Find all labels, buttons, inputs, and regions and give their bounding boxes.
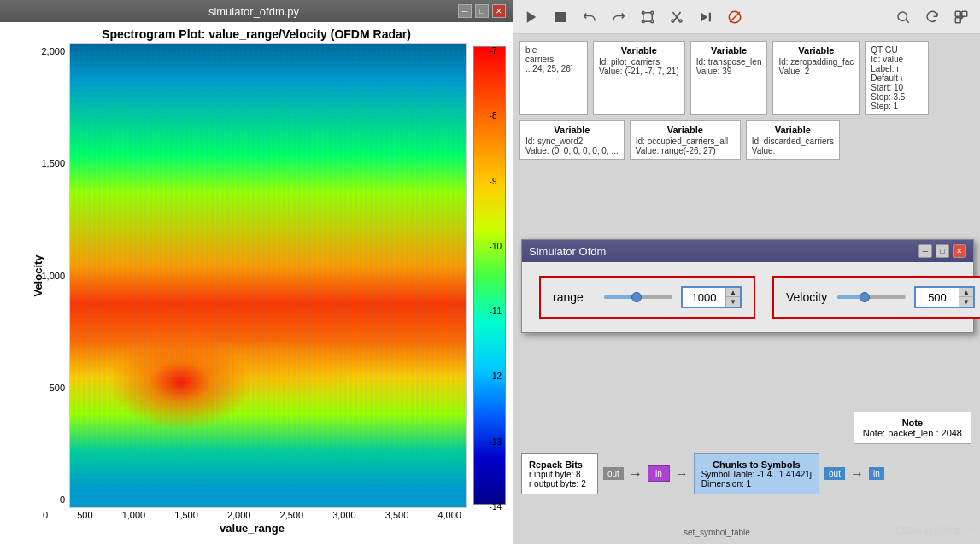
- grc-panel: ble carriers ...24, 25, 26] Variable Id:…: [513, 0, 980, 544]
- y-tick-3: 500: [50, 383, 65, 393]
- qtgu-line1: QT GU: [871, 45, 923, 55]
- disable-button[interactable]: [723, 5, 747, 29]
- repack-title: Repack Bits: [529, 459, 590, 470]
- svg-point-12: [672, 20, 674, 22]
- cb-tick-6: -13: [490, 437, 502, 447]
- velocity-slider[interactable]: [837, 295, 906, 299]
- repack-output-byte: r output byte: 2: [529, 479, 590, 488]
- var-block-zeropadding-title: Variable: [778, 45, 854, 56]
- velocity-slider-fill: [837, 295, 861, 299]
- x-axis-ticks: 0 500 1,000 1,500 2,000 2,500 3,000 3,50…: [43, 508, 461, 520]
- qtgu-stop: Stop: 3.5: [871, 92, 923, 102]
- redo-button[interactable]: [607, 5, 631, 29]
- var-block-discarded[interactable]: Variable Id: discarded_carriers Value:: [746, 120, 840, 160]
- var-block-transpose-id: Id: transpose_len: [696, 57, 762, 67]
- heatmap-noise: [70, 44, 466, 507]
- var-block-occupied-id: Id: occupied_carriers_all: [636, 137, 735, 146]
- cb-tick-7: -14: [490, 502, 502, 512]
- cb-tick-0: -7: [490, 46, 502, 56]
- chunks-symbol-table: Symbol Table: -1.4...1.41421j: [701, 470, 812, 479]
- sim-close-button[interactable]: ✕: [953, 244, 966, 258]
- grc-toolbar: [513, 0, 980, 34]
- var-block-carriers-value: ...24, 25, 26]: [525, 64, 582, 73]
- reload-button[interactable]: [920, 5, 944, 29]
- range-input[interactable]: [683, 288, 725, 307]
- plot-window-title: simulator_ofdm.py: [50, 5, 458, 18]
- svg-line-19: [906, 20, 908, 22]
- arrow-3: →: [850, 466, 864, 482]
- chunks-dimension: Dimension: 1: [701, 479, 812, 488]
- maximize-button[interactable]: □: [475, 4, 489, 18]
- grc-blocks-area: ble carriers ...24, 25, 26] Variable Id:…: [513, 34, 980, 544]
- var-block-pilot-title: Variable: [599, 45, 679, 56]
- minimize-button[interactable]: ─: [458, 4, 472, 18]
- x-tick-8: 4,000: [437, 510, 461, 520]
- repack-bits-block[interactable]: Repack Bits r input byte: 8 r output byt…: [521, 453, 598, 494]
- stop-button[interactable]: [549, 5, 572, 29]
- out-port-2: out: [824, 467, 845, 480]
- var-block-syncword2[interactable]: Variable Id: sync_word2 Value: (0, 0, 0,…: [519, 120, 625, 160]
- var-block-zeropadding[interactable]: Variable Id: zeropadding_fac Value: 2: [772, 41, 860, 115]
- var-block-pilot-carriers[interactable]: Variable Id: pilot_carriers Value: (-21,…: [593, 41, 685, 115]
- flowgraph-button[interactable]: [636, 5, 660, 29]
- var-block-carriers[interactable]: ble carriers ...24, 25, 26]: [519, 41, 588, 115]
- plot-titlebar: simulator_ofdm.py ─ □ ✕: [0, 0, 513, 22]
- undo-button[interactable]: [578, 5, 601, 29]
- var-block-occupied[interactable]: Variable Id: occupied_carriers_all Value…: [630, 120, 741, 160]
- share-button[interactable]: [949, 5, 973, 29]
- y-tick-0: 2,000: [41, 46, 65, 56]
- svg-point-18: [898, 12, 907, 21]
- range-spinbox[interactable]: ▲ ▼: [681, 286, 742, 308]
- qtgu-start: Start: 10: [871, 83, 923, 92]
- search-button[interactable]: [891, 5, 915, 29]
- colorbar-wrapper: -7 -8 -9 -10 -11 -12 -13 -14: [473, 43, 506, 508]
- svg-point-4: [642, 20, 644, 22]
- note-block: Note Note: packet_len : 2048: [854, 412, 971, 444]
- var-block-pilot-id: Id: pilot_carriers: [599, 57, 679, 67]
- y-tick-1: 1,500: [41, 158, 65, 168]
- var-block-transpose-value: Value: 39: [696, 67, 762, 76]
- svg-marker-14: [701, 12, 708, 21]
- range-slider[interactable]: [604, 295, 672, 299]
- var-blocks-row-1: ble carriers ...24, 25, 26] Variable Id:…: [519, 41, 973, 115]
- chunks-to-symbols-block[interactable]: Chunks to Symbols Symbol Table: -1.4...1…: [694, 453, 819, 494]
- sim-content: range ▲ ▼ Velocity: [522, 262, 973, 332]
- sim-minimize-button[interactable]: ─: [918, 244, 932, 258]
- var-block-transpose[interactable]: Variable Id: transpose_len Value: 39: [690, 41, 768, 115]
- var-block-discarded-id: Id: discarded_carriers: [752, 137, 834, 146]
- x-axis-label: value_range: [43, 522, 461, 535]
- var-block-carriers-label1: ble: [525, 45, 582, 55]
- close-button[interactable]: ✕: [492, 4, 506, 18]
- play-button[interactable]: [519, 5, 543, 29]
- var-block-zeropadding-id: Id: zeropadding_fac: [778, 57, 854, 67]
- var-block-sync-value: Value: (0, 0, 0, 0, 0, 0, ...: [525, 146, 619, 155]
- velocity-down-arrow[interactable]: ▼: [959, 297, 973, 307]
- svg-marker-0: [527, 11, 537, 23]
- velocity-up-arrow[interactable]: ▲: [959, 288, 973, 297]
- x-tick-5: 2,500: [280, 510, 304, 520]
- out-port-1: out: [603, 467, 624, 480]
- repack-input-byte: r input byte: 8: [529, 470, 590, 479]
- skip-button[interactable]: [694, 5, 718, 29]
- range-up-arrow[interactable]: ▲: [726, 288, 740, 297]
- var-block-occupied-value: Value: range(-26, 27): [636, 146, 735, 155]
- range-down-arrow[interactable]: ▼: [726, 297, 740, 307]
- var-block-qtgu[interactable]: QT GU Id: value Label: r Default \ Start…: [865, 41, 929, 115]
- plot-window: simulator_ofdm.py ─ □ ✕ Spectrogram Plot…: [0, 0, 513, 544]
- set-symbol-table-label: set_symbol_table: [684, 528, 750, 537]
- velocity-input[interactable]: [916, 288, 959, 307]
- velocity-label: Velocity: [786, 290, 829, 304]
- y-tick-4: 0: [60, 494, 65, 505]
- heatmap-chart: [69, 43, 467, 508]
- var-blocks-row-2: Variable Id: sync_word2 Value: (0, 0, 0,…: [519, 120, 973, 160]
- var-block-discarded-value: Value:: [752, 146, 834, 155]
- svg-point-13: [679, 20, 682, 22]
- velocity-arrows: ▲ ▼: [959, 288, 973, 307]
- velocity-spinbox[interactable]: ▲ ▼: [914, 286, 975, 308]
- var-block-occupied-title: Variable: [636, 125, 735, 135]
- qtgu-label: Label: r: [871, 64, 923, 73]
- cut-button[interactable]: [665, 5, 689, 29]
- cb-tick-2: -9: [490, 177, 502, 186]
- svg-point-2: [642, 11, 644, 14]
- sim-maximize-button[interactable]: □: [936, 244, 949, 258]
